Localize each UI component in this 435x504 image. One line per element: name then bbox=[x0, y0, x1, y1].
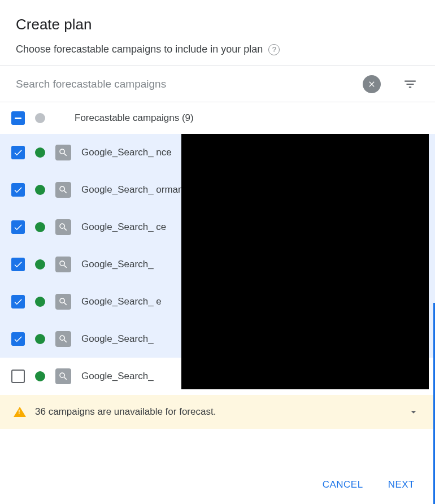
magnifier-icon bbox=[58, 297, 68, 307]
status-dot bbox=[35, 222, 45, 232]
status-dot bbox=[35, 371, 45, 381]
search-campaign-icon bbox=[55, 182, 71, 198]
subtitle-text: Choose forecastable campaigns to include… bbox=[16, 44, 263, 55]
status-dot bbox=[35, 334, 45, 344]
campaign-list: Google_Search_ nceGoogle_Search_ ormance… bbox=[0, 134, 435, 395]
search-campaign-icon bbox=[55, 331, 71, 347]
status-dot-header bbox=[35, 113, 45, 123]
check-icon bbox=[13, 297, 23, 307]
magnifier-icon bbox=[58, 334, 68, 344]
search-campaign-icon bbox=[55, 145, 71, 160]
list-header-row: Forecastable campaigns (9) bbox=[0, 102, 435, 134]
magnifier-icon bbox=[58, 185, 68, 195]
unavailable-notice: 36 campaigns are unavailable for forecas… bbox=[0, 395, 435, 429]
magnifier-icon bbox=[58, 147, 68, 158]
warning-icon bbox=[14, 407, 26, 417]
magnifier-icon bbox=[58, 371, 68, 381]
search-campaign-icon bbox=[55, 257, 71, 272]
redacted-overlay bbox=[181, 134, 429, 389]
check-icon bbox=[13, 147, 23, 158]
check-icon bbox=[13, 222, 23, 232]
check-icon bbox=[13, 334, 23, 344]
next-button[interactable]: NEXT bbox=[388, 479, 415, 490]
cancel-button[interactable]: CANCEL bbox=[323, 479, 363, 490]
status-dot bbox=[35, 185, 45, 195]
campaign-checkbox[interactable] bbox=[11, 220, 25, 234]
clear-search-button[interactable] bbox=[363, 75, 381, 93]
campaign-checkbox[interactable] bbox=[11, 146, 25, 159]
magnifier-icon bbox=[58, 259, 68, 270]
list-header-label: Forecastable campaigns (9) bbox=[75, 112, 194, 124]
campaign-checkbox[interactable] bbox=[11, 183, 25, 197]
dialog-footer: CANCEL NEXT bbox=[302, 466, 435, 504]
filter-icon bbox=[403, 77, 417, 92]
chevron-down-icon bbox=[407, 406, 420, 418]
search-row bbox=[0, 66, 435, 102]
check-icon bbox=[13, 259, 23, 270]
search-campaign-icon bbox=[55, 368, 71, 384]
help-icon[interactable]: ? bbox=[268, 44, 280, 55]
campaign-checkbox[interactable] bbox=[11, 295, 25, 309]
campaign-checkbox[interactable] bbox=[11, 370, 25, 383]
select-all-checkbox[interactable] bbox=[11, 111, 25, 125]
subtitle-row: Choose forecastable campaigns to include… bbox=[16, 44, 419, 55]
search-campaign-icon bbox=[55, 294, 71, 310]
status-dot bbox=[35, 297, 45, 307]
close-icon bbox=[367, 80, 376, 89]
dialog-header: Create plan Choose forecastable campaign… bbox=[0, 0, 435, 66]
campaign-checkbox[interactable] bbox=[11, 258, 25, 271]
search-campaign-icon bbox=[55, 219, 71, 235]
expand-notice-button[interactable] bbox=[406, 404, 421, 420]
search-input[interactable] bbox=[16, 66, 354, 102]
status-dot bbox=[35, 259, 45, 270]
status-dot bbox=[35, 147, 45, 158]
magnifier-icon bbox=[58, 222, 68, 232]
check-icon bbox=[13, 185, 23, 195]
filter-button[interactable] bbox=[401, 75, 419, 93]
campaign-checkbox[interactable] bbox=[11, 332, 25, 346]
page-title: Create plan bbox=[16, 16, 419, 33]
notice-text: 36 campaigns are unavailable for forecas… bbox=[35, 406, 397, 418]
